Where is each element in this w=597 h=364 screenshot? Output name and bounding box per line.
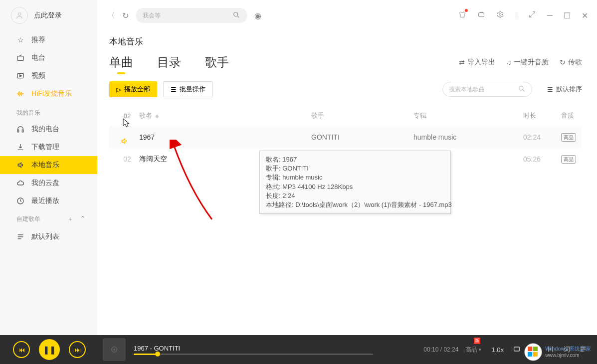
sort-arrow-icon: ◆ xyxy=(155,113,159,119)
windows-logo-icon xyxy=(524,343,542,361)
svg-point-8 xyxy=(499,13,501,15)
download-icon xyxy=(16,143,24,151)
magic-icon: ♫ xyxy=(506,58,512,66)
nav-recent[interactable]: 最近播放 xyxy=(0,192,97,210)
add-playlist-icon[interactable]: ＋ xyxy=(67,215,73,223)
video-icon xyxy=(16,72,24,80)
transfer-songs[interactable]: ↻传歌 xyxy=(560,58,582,67)
radio-icon xyxy=(16,54,24,62)
speaker-icon xyxy=(16,161,24,169)
svg-rect-16 xyxy=(528,352,533,357)
search-icon[interactable] xyxy=(518,85,526,94)
local-search-input[interactable]: 搜索本地歌曲 xyxy=(442,82,532,97)
prev-button[interactable]: ⏮ xyxy=(13,341,30,358)
mini-icon[interactable] xyxy=(528,10,536,20)
svg-point-10 xyxy=(112,347,117,353)
back-icon[interactable]: 〈 xyxy=(107,10,115,21)
track-thumb[interactable] xyxy=(103,338,126,361)
pause-button[interactable]: ❚❚ xyxy=(39,339,60,360)
close-icon[interactable]: ✕ xyxy=(582,11,588,20)
titlebar: 〈 ↻ 我会等 ◉ | ─ ☐ ✕ xyxy=(97,0,597,31)
col-idx: 02 xyxy=(115,112,139,120)
hifi-icon xyxy=(16,90,24,98)
svg-rect-1 xyxy=(17,56,23,61)
svg-point-9 xyxy=(519,86,523,90)
collapse-icon[interactable]: ⌃ xyxy=(80,215,85,223)
next-button[interactable]: ⏭ xyxy=(69,341,86,358)
login-area[interactable]: 点此登录 xyxy=(0,0,97,31)
page-title: 本地音乐 xyxy=(109,36,582,47)
watermark: Windows 系统之家 www.bjmlv.com xyxy=(524,343,591,361)
col-quality[interactable]: 音质 xyxy=(561,111,576,120)
headphone-icon xyxy=(16,125,24,133)
batch-icon: ☰ xyxy=(171,86,177,93)
tab-artist[interactable]: 歌手 xyxy=(205,54,229,70)
nav-video[interactable]: 视频 xyxy=(0,67,97,85)
svg-point-0 xyxy=(18,13,20,15)
refresh-icon[interactable]: ↻ xyxy=(122,11,129,20)
playbar: ⏮ ❚❚ ⏭ 1967 - GONTITI 00:10 / 02:24 高品▾ … xyxy=(0,335,597,364)
play-all-button[interactable]: ▷播放全部 xyxy=(109,81,157,97)
recognize-icon[interactable]: ◉ xyxy=(254,11,261,20)
tab-single[interactable]: 单曲 xyxy=(109,54,133,70)
cloud-icon xyxy=(16,179,24,187)
tool-icon[interactable] xyxy=(477,10,485,20)
nav-recommend[interactable]: ☆推荐 xyxy=(0,31,97,49)
table-header: 02 歌名◆ 歌手 专辑 时长 音质 xyxy=(109,105,582,126)
svg-rect-4 xyxy=(22,130,23,132)
search-icon[interactable] xyxy=(232,11,240,20)
chevron-down-icon: ▾ xyxy=(479,347,481,352)
col-artist[interactable]: 歌手 xyxy=(311,111,413,120)
sync-icon: ↻ xyxy=(560,58,566,66)
track-info: 1967 - GONTITI xyxy=(134,345,423,355)
login-label: 点此登录 xyxy=(34,11,62,20)
track-title: 1967 - GONTITI xyxy=(134,345,423,352)
svg-point-11 xyxy=(114,349,115,351)
clock-icon xyxy=(16,197,24,205)
sort-icon: ☰ xyxy=(547,86,553,93)
col-dur[interactable]: 时长 xyxy=(523,111,561,120)
star-icon: ☆ xyxy=(16,36,24,44)
svg-rect-15 xyxy=(533,347,538,351)
controls-row: ▷播放全部 ☰批量操作 搜索本地歌曲 ☰默认排序 xyxy=(109,81,582,97)
impexp-icon: ⇄ xyxy=(459,58,465,66)
time-display: 00:10 / 02:24 xyxy=(423,346,458,353)
nav-cloud[interactable]: 我的云盘 xyxy=(0,174,97,192)
import-export[interactable]: ⇄导入导出 xyxy=(459,58,495,67)
maximize-icon[interactable]: ☐ xyxy=(564,11,571,20)
nav-my-radio[interactable]: 我的电台 xyxy=(0,120,97,138)
nav-radio[interactable]: 电台 xyxy=(0,49,97,67)
search-input[interactable]: 我会等 xyxy=(136,8,247,23)
batch-button[interactable]: ☰批量操作 xyxy=(163,81,213,97)
svg-rect-12 xyxy=(514,347,520,351)
nav-default-list[interactable]: 默认列表 xyxy=(0,228,97,246)
speed-button[interactable]: 1.0x xyxy=(491,346,504,354)
upgrade-quality[interactable]: ♫一键升音质 xyxy=(506,58,549,67)
col-album[interactable]: 专辑 xyxy=(413,111,523,120)
nav-local-music[interactable]: 本地音乐 xyxy=(0,156,97,174)
skin-icon[interactable] xyxy=(458,10,466,20)
song-tooltip: 歌名: 1967 歌手: GONTITI 专辑: humble music 格式… xyxy=(259,151,451,214)
settings-icon[interactable] xyxy=(496,10,504,20)
list-icon xyxy=(16,233,24,241)
svg-rect-17 xyxy=(533,352,538,357)
nav-download[interactable]: 下载管理 xyxy=(0,138,97,156)
progress-bar[interactable] xyxy=(134,354,373,355)
col-name[interactable]: 歌名◆ xyxy=(139,111,311,120)
tab-dir[interactable]: 目录 xyxy=(157,54,181,70)
svg-rect-14 xyxy=(528,347,533,351)
nav-hifi[interactable]: HiFi发烧音乐 xyxy=(0,85,97,103)
quality-toggle[interactable]: 高品▾ xyxy=(465,346,481,354)
now-playing-icon xyxy=(120,137,128,147)
quality-badge: 高品 xyxy=(561,133,576,142)
minimize-icon[interactable]: ─ xyxy=(547,11,553,20)
svg-rect-7 xyxy=(478,13,484,17)
avatar xyxy=(11,7,28,24)
svg-point-6 xyxy=(234,12,238,16)
table-row[interactable]: 1967 GONTITI humble music 02:24 高品 xyxy=(109,126,582,148)
loop-icon[interactable] xyxy=(513,345,521,355)
sort-button[interactable]: ☰默认排序 xyxy=(547,85,582,94)
play-icon: ▷ xyxy=(116,86,121,93)
content: 本地音乐 单曲 目录 歌手 ⇄导入导出 ♫一键升音质 ↻传歌 ▷播放全部 ☰批量… xyxy=(97,31,597,170)
sidebar: 点此登录 ☆推荐 电台 视频 HiFi发烧音乐 我的音乐 我的电台 下载管理 本… xyxy=(0,0,97,335)
